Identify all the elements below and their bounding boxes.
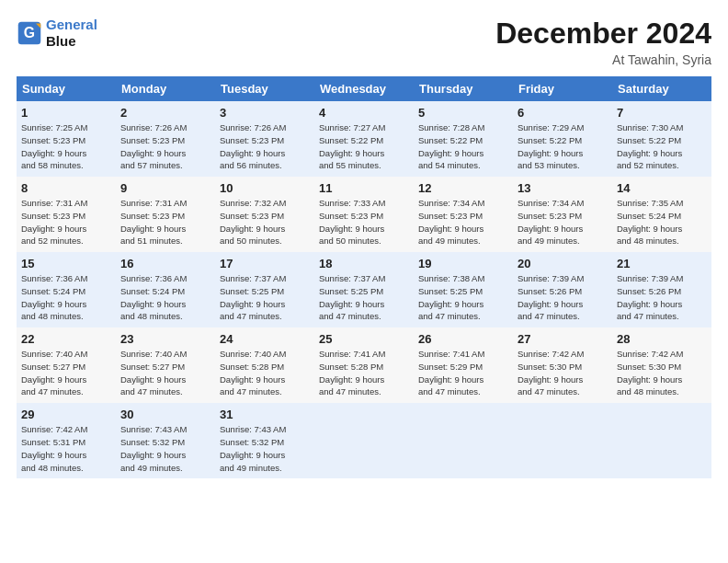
column-header-sunday: Sunday [17,76,116,101]
day-number: 27 [518,332,608,346]
day-number: 13 [518,181,608,195]
day-info: Sunrise: 7:40 AM Sunset: 5:27 PM Dayligh… [21,348,111,398]
logo-icon: G [17,20,42,46]
day-info: Sunrise: 7:32 AM Sunset: 5:23 PM Dayligh… [220,197,310,247]
title-block: December 2024 At Tawahin, Syria [495,17,711,67]
day-info: Sunrise: 7:37 AM Sunset: 5:25 PM Dayligh… [220,272,310,323]
day-number: 3 [220,106,310,120]
day-info: Sunrise: 7:36 AM Sunset: 5:24 PM Dayligh… [21,272,111,323]
day-cell: 17Sunrise: 7:37 AM Sunset: 5:25 PM Dayli… [215,252,314,327]
page: G General Blue December 2024 At Tawahin,… [0,0,728,488]
day-number: 1 [21,106,111,120]
day-number: 23 [120,332,210,346]
day-cell: 10Sunrise: 7:32 AM Sunset: 5:23 PM Dayli… [215,177,314,252]
week-row-3: 15Sunrise: 7:36 AM Sunset: 5:24 PM Dayli… [17,252,711,327]
day-number: 11 [319,181,409,195]
day-number: 28 [617,332,707,346]
day-info: Sunrise: 7:42 AM Sunset: 5:30 PM Dayligh… [518,348,608,398]
week-row-2: 8Sunrise: 7:31 AM Sunset: 5:23 PM Daylig… [17,177,711,252]
day-number: 30 [120,408,210,421]
location-title: At Tawahin, Syria [495,52,711,67]
day-number: 7 [617,106,707,120]
day-number: 17 [220,257,310,270]
day-number: 14 [617,181,707,195]
week-row-5: 29Sunrise: 7:42 AM Sunset: 5:31 PM Dayli… [17,403,711,478]
day-cell: 28Sunrise: 7:42 AM Sunset: 5:30 PM Dayli… [612,327,711,403]
day-info: Sunrise: 7:31 AM Sunset: 5:23 PM Dayligh… [120,197,210,247]
day-info: Sunrise: 7:43 AM Sunset: 5:32 PM Dayligh… [220,423,310,474]
day-number: 12 [418,181,508,195]
day-cell: 30Sunrise: 7:43 AM Sunset: 5:32 PM Dayli… [116,403,215,478]
day-cell: 2Sunrise: 7:26 AM Sunset: 5:23 PM Daylig… [116,101,215,177]
day-cell: 5Sunrise: 7:28 AM Sunset: 5:22 PM Daylig… [414,101,513,177]
day-number: 10 [220,181,310,195]
column-header-saturday: Saturday [612,76,711,101]
header: G General Blue December 2024 At Tawahin,… [17,17,711,67]
day-info: Sunrise: 7:41 AM Sunset: 5:28 PM Dayligh… [319,348,409,398]
day-info: Sunrise: 7:38 AM Sunset: 5:25 PM Dayligh… [418,272,508,323]
day-number: 4 [319,106,409,120]
day-number: 16 [120,257,210,270]
day-cell: 11Sunrise: 7:33 AM Sunset: 5:23 PM Dayli… [314,177,414,252]
day-cell [314,403,414,478]
logo: G General Blue [17,17,97,50]
day-info: Sunrise: 7:25 AM Sunset: 5:23 PM Dayligh… [21,121,111,172]
month-title: December 2024 [495,17,711,51]
column-header-thursday: Thursday [414,76,513,101]
day-info: Sunrise: 7:26 AM Sunset: 5:23 PM Dayligh… [220,121,310,172]
day-info: Sunrise: 7:36 AM Sunset: 5:24 PM Dayligh… [120,272,210,323]
day-info: Sunrise: 7:31 AM Sunset: 5:23 PM Dayligh… [21,197,111,247]
day-info: Sunrise: 7:40 AM Sunset: 5:28 PM Dayligh… [220,348,310,398]
day-number: 29 [21,408,111,421]
day-cell: 21Sunrise: 7:39 AM Sunset: 5:26 PM Dayli… [612,252,711,327]
day-number: 6 [518,106,608,120]
day-cell: 13Sunrise: 7:34 AM Sunset: 5:23 PM Dayli… [513,177,612,252]
day-cell: 6Sunrise: 7:29 AM Sunset: 5:22 PM Daylig… [513,101,612,177]
day-cell: 4Sunrise: 7:27 AM Sunset: 5:22 PM Daylig… [314,101,414,177]
week-row-1: 1Sunrise: 7:25 AM Sunset: 5:23 PM Daylig… [17,101,711,177]
day-number: 2 [120,106,210,120]
day-info: Sunrise: 7:42 AM Sunset: 5:30 PM Dayligh… [617,348,707,398]
day-cell: 18Sunrise: 7:37 AM Sunset: 5:25 PM Dayli… [314,252,414,327]
day-cell: 29Sunrise: 7:42 AM Sunset: 5:31 PM Dayli… [17,403,116,478]
day-cell: 16Sunrise: 7:36 AM Sunset: 5:24 PM Dayli… [116,252,215,327]
day-info: Sunrise: 7:39 AM Sunset: 5:26 PM Dayligh… [617,272,707,323]
day-cell: 24Sunrise: 7:40 AM Sunset: 5:28 PM Dayli… [215,327,314,403]
day-number: 18 [319,257,409,270]
day-cell: 27Sunrise: 7:42 AM Sunset: 5:30 PM Dayli… [513,327,612,403]
day-info: Sunrise: 7:33 AM Sunset: 5:23 PM Dayligh… [319,197,409,247]
column-header-wednesday: Wednesday [314,76,414,101]
day-number: 19 [418,257,508,270]
day-number: 25 [319,332,409,346]
day-info: Sunrise: 7:28 AM Sunset: 5:22 PM Dayligh… [418,121,508,172]
day-number: 5 [418,106,508,120]
day-cell: 14Sunrise: 7:35 AM Sunset: 5:24 PM Dayli… [612,177,711,252]
day-cell [414,403,513,478]
day-cell: 12Sunrise: 7:34 AM Sunset: 5:23 PM Dayli… [414,177,513,252]
day-info: Sunrise: 7:34 AM Sunset: 5:23 PM Dayligh… [518,197,608,247]
day-number: 15 [21,257,111,270]
day-info: Sunrise: 7:29 AM Sunset: 5:22 PM Dayligh… [518,121,608,172]
day-number: 20 [518,257,608,270]
day-info: Sunrise: 7:43 AM Sunset: 5:32 PM Dayligh… [120,423,210,474]
calendar-table: SundayMondayTuesdayWednesdayThursdayFrid… [17,76,711,478]
day-number: 31 [220,408,310,421]
day-info: Sunrise: 7:30 AM Sunset: 5:22 PM Dayligh… [617,121,707,172]
day-info: Sunrise: 7:34 AM Sunset: 5:23 PM Dayligh… [418,197,508,247]
day-cell: 19Sunrise: 7:38 AM Sunset: 5:25 PM Dayli… [414,252,513,327]
day-cell: 1Sunrise: 7:25 AM Sunset: 5:23 PM Daylig… [17,101,116,177]
day-cell: 7Sunrise: 7:30 AM Sunset: 5:22 PM Daylig… [612,101,711,177]
day-cell: 8Sunrise: 7:31 AM Sunset: 5:23 PM Daylig… [17,177,116,252]
day-info: Sunrise: 7:40 AM Sunset: 5:27 PM Dayligh… [120,348,210,398]
day-number: 22 [21,332,111,346]
day-cell: 26Sunrise: 7:41 AM Sunset: 5:29 PM Dayli… [414,327,513,403]
day-cell: 3Sunrise: 7:26 AM Sunset: 5:23 PM Daylig… [215,101,314,177]
day-cell: 23Sunrise: 7:40 AM Sunset: 5:27 PM Dayli… [116,327,215,403]
logo-text: General Blue [46,17,97,50]
day-info: Sunrise: 7:35 AM Sunset: 5:24 PM Dayligh… [617,197,707,247]
week-row-4: 22Sunrise: 7:40 AM Sunset: 5:27 PM Dayli… [17,327,711,403]
day-cell: 25Sunrise: 7:41 AM Sunset: 5:28 PM Dayli… [314,327,414,403]
svg-text:G: G [24,25,35,40]
day-cell: 15Sunrise: 7:36 AM Sunset: 5:24 PM Dayli… [17,252,116,327]
day-info: Sunrise: 7:42 AM Sunset: 5:31 PM Dayligh… [21,423,111,474]
